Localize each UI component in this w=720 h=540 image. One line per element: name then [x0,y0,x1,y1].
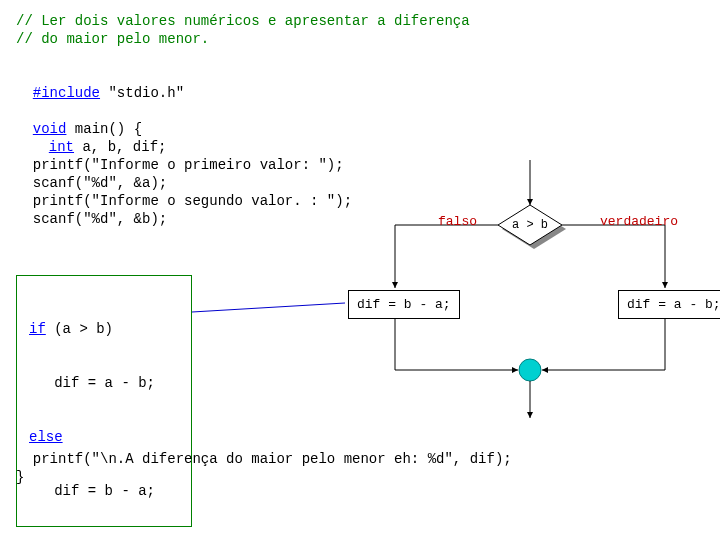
false-action-box: dif = b - a; [348,290,460,319]
include-line: #include "stdio.h" [16,66,184,102]
false-label: falso [438,214,477,229]
scanf-2: scanf("%d", &b); [16,210,167,228]
scanf-1: scanf("%d", &a); [16,174,167,192]
true-action-text: dif = a - b; [627,297,720,312]
decl-line: int a, b, dif; [32,120,166,156]
if-keyword: if [29,321,46,337]
else-body: dif = b - a; [29,482,179,500]
if-body: dif = a - b; [29,374,179,392]
true-action-box: dif = a - b; [618,290,720,319]
decision-diamond: a > b [498,205,562,245]
svg-point-9 [519,359,541,381]
int-keyword: int [49,139,74,155]
include-keyword: #include [33,85,100,101]
true-label: verdadeiro [600,214,678,229]
svg-line-11 [192,303,345,312]
if-line: if (a > b) [29,320,179,338]
else-keyword: else [29,429,63,445]
comment-line-2: // do maior pelo menor. [16,30,209,48]
printf-2: printf("Informe o segundo valor. : "); [16,192,352,210]
decl-vars: a, b, dif; [74,139,166,155]
false-action-text: dif = b - a; [357,297,451,312]
printf-1: printf("Informe o primeiro valor: "); [16,156,344,174]
if-condition: (a > b) [46,321,113,337]
closing-brace: } [16,468,24,486]
else-line: else [29,428,179,446]
printf-result: printf("\n.A diferença do maior pelo men… [16,450,512,468]
comment-line-1: // Ler dois valores numéricos e apresent… [16,12,470,30]
decision-condition: a > b [498,205,562,245]
if-else-code-box: if (a > b) dif = a - b; else dif = b - a… [16,275,192,527]
include-header: "stdio.h" [100,85,184,101]
